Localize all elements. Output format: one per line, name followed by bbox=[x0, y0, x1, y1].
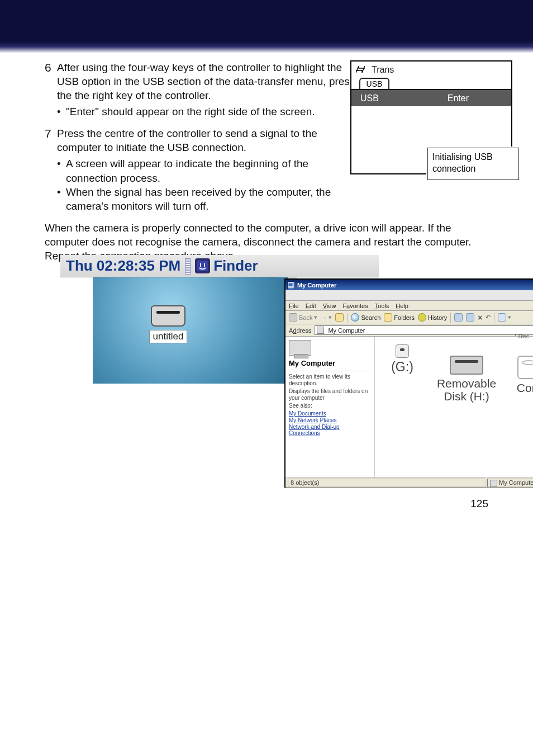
disc-caption: * Disc bbox=[515, 333, 529, 339]
mac-drive-label: untitled bbox=[149, 330, 188, 343]
mac-menubar: Thu 02:28:35 PM Finder bbox=[60, 255, 379, 277]
menu-file[interactable]: File bbox=[289, 303, 299, 309]
link-network-dialup[interactable]: Network and Dial-up Connections bbox=[289, 424, 371, 436]
lcd-row-value: Enter bbox=[448, 93, 469, 103]
leftpane-select-text: Select an item to view its description. bbox=[289, 374, 371, 387]
drive-g[interactable]: (G:) bbox=[383, 344, 422, 374]
step-6-bullet-1: "Enter" should appear on the right side … bbox=[57, 105, 358, 119]
delete-button[interactable]: × bbox=[478, 313, 482, 322]
drive-removable-label-2: Disk (H:) bbox=[433, 390, 500, 403]
menu-tools[interactable]: Tools bbox=[375, 303, 389, 309]
folders-button[interactable]: Folders bbox=[384, 313, 415, 322]
folder-up-icon bbox=[335, 313, 344, 322]
address-label: Address bbox=[289, 327, 311, 334]
my-computer-small-icon bbox=[317, 327, 324, 334]
left-info-pane: My Computer Select an item to view its d… bbox=[285, 337, 375, 478]
transfer-icon bbox=[356, 66, 365, 74]
delete-icon: × bbox=[478, 313, 482, 322]
address-field[interactable]: My Computer bbox=[315, 325, 533, 335]
copy-icon bbox=[466, 313, 474, 322]
drive-g-icon bbox=[396, 344, 409, 358]
up-button[interactable] bbox=[335, 313, 344, 322]
svg-rect-2 bbox=[289, 287, 293, 288]
lcd-row-label: USB bbox=[360, 93, 379, 103]
views-button[interactable]: ▾ bbox=[498, 313, 511, 322]
step-6-text: After using the four-way keys of the con… bbox=[57, 62, 355, 101]
copy-to-button[interactable] bbox=[466, 313, 474, 322]
removable-disk-icon bbox=[450, 356, 483, 375]
control-panel-icon bbox=[517, 356, 533, 379]
window-brand-bar bbox=[285, 290, 533, 301]
svg-rect-1 bbox=[288, 283, 293, 286]
menu-bar: File Edit View Favorites Tools Help bbox=[285, 301, 533, 311]
windows-explorer: My Computer _ □ × File Edit View Favorit… bbox=[285, 279, 533, 488]
status-objects: 8 object(s) bbox=[288, 479, 486, 487]
window-title: My Computer bbox=[297, 282, 533, 289]
back-icon bbox=[289, 313, 297, 322]
folders-icon bbox=[384, 313, 392, 322]
window-titlebar: My Computer _ □ × bbox=[285, 280, 533, 290]
drive-g-label: (G:) bbox=[383, 360, 422, 374]
drive-icon bbox=[151, 305, 185, 327]
lcd-selected-row: USB Enter bbox=[351, 90, 511, 106]
mac-grip-icon bbox=[185, 258, 191, 275]
my-computer-small-icon bbox=[490, 480, 497, 487]
history-icon bbox=[418, 313, 426, 322]
address-bar: Address My Computer ▼ ➜ Go bbox=[285, 324, 533, 337]
leftpane-heading: My Computer bbox=[289, 359, 371, 367]
toolbar-separator bbox=[450, 313, 451, 323]
leftpane-seealso: See also: bbox=[289, 403, 371, 409]
lcd-popup: Initialising USB connection bbox=[427, 148, 519, 180]
leftpane-displays-text: Displays the files and folders on your c… bbox=[289, 388, 371, 401]
lcd-tab-usb: USB bbox=[359, 78, 389, 89]
step-7-bullet-1: A screen will appear to indicate the beg… bbox=[57, 157, 358, 185]
toolbar-separator bbox=[347, 313, 348, 323]
link-my-network-places[interactable]: My Network Places bbox=[289, 417, 371, 423]
my-computer-icon bbox=[287, 281, 295, 289]
back-button[interactable]: Back ▾ bbox=[289, 313, 317, 322]
menu-edit[interactable]: Edit bbox=[306, 303, 316, 309]
views-icon bbox=[498, 313, 506, 322]
step-number: 6 bbox=[45, 60, 57, 119]
drive-cont[interactable]: * Disc Cont bbox=[511, 356, 533, 394]
mac-app-name: Finder bbox=[213, 257, 258, 275]
move-to-button[interactable] bbox=[454, 313, 463, 322]
menu-favorites[interactable]: Favorites bbox=[342, 303, 368, 309]
step-7-bullet-2: When the signal has been received by the… bbox=[57, 185, 358, 213]
status-location: My Computer bbox=[487, 479, 533, 487]
step-6: 6 After using the four-way keys of the c… bbox=[45, 60, 358, 119]
step-number: 7 bbox=[45, 126, 57, 212]
right-contents-pane: (G:) Removable Disk (H:) * Disc Cont bbox=[375, 337, 533, 478]
drive-removable[interactable]: Removable Disk (H:) bbox=[433, 356, 500, 403]
step-7-text: Press the centre of the controller to se… bbox=[57, 127, 317, 153]
status-bar: 8 object(s) My Computer bbox=[285, 478, 533, 488]
undo-button[interactable]: ↶ bbox=[486, 314, 491, 321]
step-7: 7 Press the centre of the controller to … bbox=[45, 126, 358, 212]
mac-drive[interactable]: untitled bbox=[139, 305, 198, 343]
history-button[interactable]: History bbox=[418, 313, 447, 322]
camera-lcd: Trans USB USB Enter Initialising USB con… bbox=[350, 60, 512, 174]
toolbar-separator bbox=[494, 313, 494, 323]
forward-button[interactable]: → ▾ bbox=[321, 314, 332, 321]
drive-removable-label-1: Removable bbox=[433, 377, 500, 390]
menu-help[interactable]: Help bbox=[396, 303, 408, 309]
header-band bbox=[0, 0, 533, 53]
search-button[interactable]: Search bbox=[351, 313, 380, 322]
move-icon bbox=[454, 313, 463, 322]
mac-desktop: untitled bbox=[93, 277, 288, 384]
mac-clock: Thu 02:28:35 PM bbox=[66, 257, 180, 275]
computer-icon bbox=[289, 340, 311, 356]
search-icon bbox=[351, 313, 359, 322]
lcd-trans-label: Trans bbox=[372, 65, 394, 75]
toolbar: Back ▾ → ▾ Search Folders History × ↶ ▾ bbox=[285, 311, 533, 324]
address-value: My Computer bbox=[328, 327, 365, 334]
finder-icon bbox=[195, 258, 210, 273]
drive-cont-label: Cont bbox=[511, 381, 533, 394]
forward-icon: → bbox=[321, 314, 327, 321]
undo-icon: ↶ bbox=[486, 314, 491, 321]
page-number: 125 bbox=[470, 498, 488, 510]
link-my-documents[interactable]: My Documents bbox=[289, 410, 371, 417]
menu-view[interactable]: View bbox=[323, 303, 336, 309]
